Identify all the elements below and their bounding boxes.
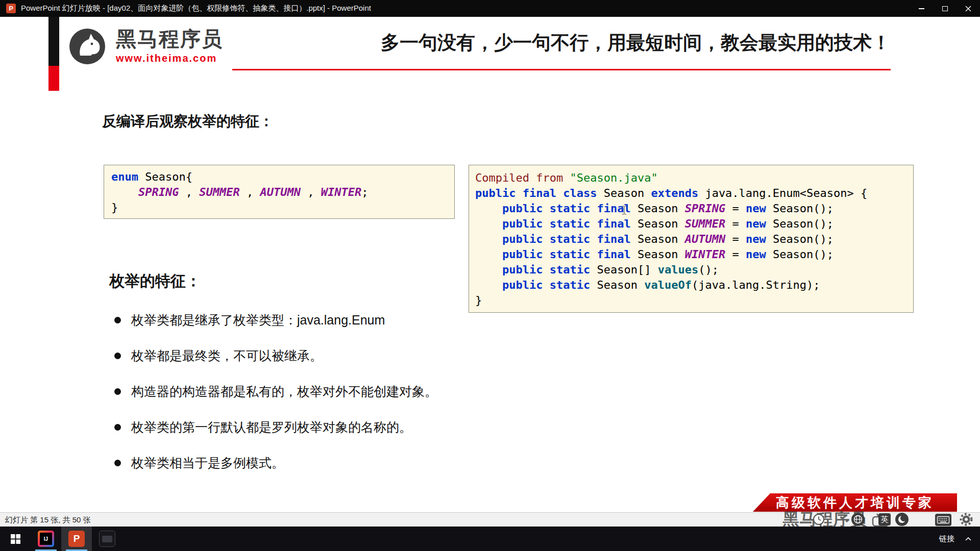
link-button[interactable]: 链接 [939, 534, 954, 544]
window-controls [910, 0, 980, 17]
bullet-text: 枚举类相当于是多例模式。 [131, 455, 284, 471]
half-width-moon-icon[interactable] [895, 513, 909, 526]
list-item: 枚举类都是继承了枚举类型：java.lang.Enum [114, 302, 437, 338]
slide-heading: 反编译后观察枚举的特征： [102, 112, 274, 131]
bullet-icon [114, 317, 121, 323]
screen-app-icon [99, 531, 115, 547]
bullet-icon [114, 388, 121, 395]
list-item: 枚举都是最终类，不可以被继承。 [114, 338, 437, 373]
itheima-horse-logo-icon [68, 27, 107, 66]
features-heading: 枚举的特征： [109, 271, 201, 292]
itheima-brand: 黑马程序员 www.itheima.com [68, 27, 223, 66]
bullet-icon [114, 460, 121, 466]
bullet-text: 枚举类的第一行默认都是罗列枚举对象的名称的。 [131, 419, 412, 436]
taskbar-app-powerpoint[interactable]: P [61, 527, 92, 551]
keyboard-icon[interactable] [935, 514, 951, 526]
clock-icon[interactable] [813, 513, 825, 525]
text-cursor-icon [621, 205, 628, 216]
list-item: 枚举类的第一行默认都是罗列枚举对象的名称的。 [114, 409, 437, 445]
intellij-icon-label: IJ [40, 533, 52, 545]
enum-source-code-box: enum Season{ SPRING , SUMMER , AUTUMN , … [104, 165, 455, 219]
maximize-button[interactable] [933, 0, 957, 17]
windows-logo-icon [11, 534, 20, 544]
slide-left-red-accent [48, 66, 59, 91]
brand-url: www.itheima.com [116, 53, 223, 64]
ime-toolbar: 英 [0, 512, 980, 528]
windows-taskbar: IJ P 链接 [0, 527, 980, 551]
powerpoint-icon: P [68, 531, 85, 547]
list-item: 构造器的构造器都是私有的，枚举对外不能创建对象。 [114, 373, 437, 409]
header-red-rule [232, 69, 891, 70]
taskbar-tray: 链接 [939, 527, 980, 551]
intellij-icon: IJ [38, 531, 54, 547]
decompiled-code-box: Compiled from "Season.java"public final … [469, 165, 914, 313]
bullet-text: 构造器的构造器都是私有的，枚举对外不能创建对象。 [131, 383, 437, 400]
bullet-icon [114, 424, 121, 431]
ime-language-toggle[interactable]: 英 [878, 513, 891, 525]
minimize-button[interactable] [910, 0, 933, 17]
screen-glyph [102, 536, 112, 542]
close-button[interactable] [957, 0, 980, 17]
powerpoint-app-icon: P [6, 4, 16, 13]
bullet-text: 枚举类都是继承了枚举类型：java.lang.Enum [131, 312, 385, 329]
slide-slogan: 多一句没有，少一句不行，用最短时间，教会最实用的技术！ [381, 30, 891, 56]
bullet-icon [114, 353, 121, 359]
gear-icon[interactable] [960, 513, 973, 526]
brand-text: 黑马程序员 www.itheima.com [116, 27, 223, 66]
window-titlebar: P PowerPoint 幻灯片放映 - [day02、面向对象进阶（包、权限修… [0, 0, 980, 17]
start-button[interactable] [0, 527, 31, 551]
globe-icon[interactable] [851, 513, 865, 526]
features-list: 枚举类都是继承了枚举类型：java.lang.Enum 枚举都是最终类，不可以被… [114, 302, 437, 481]
brand-name: 黑马程序员 [116, 27, 223, 51]
screen: P PowerPoint 幻灯片放映 - [day02、面向对象进阶（包、权限修… [0, 0, 980, 551]
minimize-icon [919, 8, 924, 9]
bullet-text: 枚举都是最终类，不可以被继承。 [131, 347, 323, 364]
window-title: PowerPoint 幻灯片放映 - [day02、面向对象进阶（包、权限修饰符… [21, 4, 371, 13]
list-item: 枚举类相当于是多例模式。 [114, 445, 437, 481]
taskbar-app-capture[interactable] [92, 527, 122, 551]
chevron-up-icon[interactable] [965, 537, 972, 541]
taskbar-app-intellij[interactable]: IJ [31, 527, 61, 551]
slide-left-black-stripe [48, 17, 59, 66]
close-icon [965, 6, 971, 12]
maximize-icon [942, 6, 948, 11]
slide-canvas[interactable]: 黑马程序员 www.itheima.com 多一句没有，少一句不行，用最短时间，… [0, 17, 980, 512]
